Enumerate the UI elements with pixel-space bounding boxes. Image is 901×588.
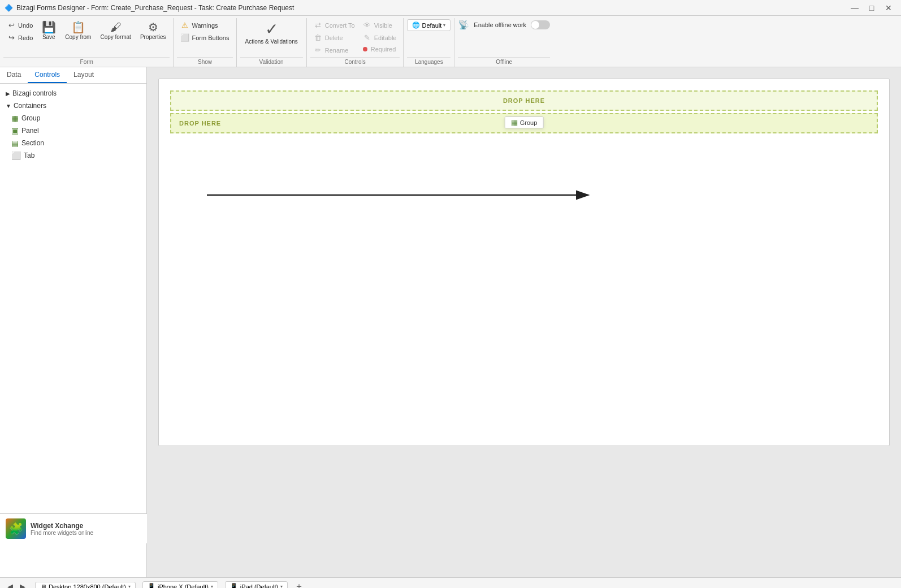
section-label: Section xyxy=(21,139,44,147)
bizagi-controls-header[interactable]: ▶ Bizagi controls xyxy=(0,87,146,100)
rename-button[interactable]: ✏ Rename xyxy=(310,44,358,56)
rename-icon: ✏ xyxy=(314,46,323,54)
widget-text: Widget Xchange Find more widgets online xyxy=(31,522,93,536)
offline-row: 📡 Enable offline work xyxy=(458,19,550,30)
nav-forward-button[interactable]: ▶ xyxy=(17,581,28,589)
section-containers: ▼ Containers ▦ Group ▣ Panel ▤ Section ⬜ xyxy=(0,100,146,162)
sidebar-content: ▶ Bizagi controls ▼ Containers ▦ Group ▣… xyxy=(0,84,146,547)
show-buttons: ⚠ Warnings ⬜ Form Buttons xyxy=(177,19,232,44)
drop-zone-top-label: DROP HERE xyxy=(503,97,545,104)
widget-xchange[interactable]: 🧩 Widget Xchange Find more widgets onlin… xyxy=(0,513,147,543)
main-area: Data Controls Layout ▶ Bizagi controls ▼… xyxy=(0,67,901,577)
undo-label: Undo xyxy=(18,22,33,29)
offline-satellite-icon: 📡 xyxy=(458,19,469,30)
undo-redo-stack: ↩ Undo ↪ Redo xyxy=(3,19,36,44)
editable-label: Editable xyxy=(374,34,397,41)
actions-validations-label: Actions & Validations xyxy=(245,38,298,45)
ribbon-group-form-content: ↩ Undo ↪ Redo 💾 Save 📋 Copy from xyxy=(3,19,170,56)
nav-back-button[interactable]: ◀ xyxy=(5,581,16,589)
save-label: Save xyxy=(42,34,55,40)
device-ipad[interactable]: 📱 iPad (Default) ▾ xyxy=(225,581,288,588)
containers-label: Containers xyxy=(14,102,46,110)
form-canvas[interactable]: DROP HERE DROP HERE ▦ Group xyxy=(158,79,890,446)
warnings-button[interactable]: ⚠ Warnings xyxy=(177,19,232,31)
device-desktop[interactable]: 🖥 Desktop 1280x800 (Default) ▾ xyxy=(35,582,136,589)
properties-icon: ⚙ xyxy=(148,21,158,33)
language-dropdown[interactable]: 🌐 Default ▾ xyxy=(407,19,450,31)
properties-button[interactable]: ⚙ Properties xyxy=(136,19,170,42)
widget-subtitle: Find more widgets online xyxy=(31,530,93,536)
drop-zone-inner-label: DROP HERE xyxy=(177,120,221,127)
drop-tooltip: ▦ Group xyxy=(505,116,544,128)
ribbon: ↩ Undo ↪ Redo 💾 Save 📋 Copy from xyxy=(0,16,901,67)
required-button[interactable]: Required xyxy=(359,44,400,54)
tab-controls[interactable]: Controls xyxy=(28,67,67,83)
panel-icon: ▣ xyxy=(11,126,19,135)
drop-zone-inner[interactable]: DROP HERE ▦ Group xyxy=(170,113,878,133)
delete-button[interactable]: 🗑 Delete xyxy=(310,32,358,44)
tab-label: Tab xyxy=(24,152,34,159)
canvas-area[interactable]: DROP HERE DROP HERE ▦ Group xyxy=(147,67,901,577)
maximize-button[interactable]: □ xyxy=(864,2,880,14)
iphone-icon: 📱 xyxy=(148,583,155,588)
visible-button[interactable]: 👁 Visible xyxy=(359,19,400,31)
tab-icon: ⬜ xyxy=(11,151,21,160)
sidebar-item-section[interactable]: ▤ Section xyxy=(0,137,146,149)
ribbon-group-show-content: ⚠ Warnings ⬜ Form Buttons xyxy=(177,19,232,56)
convert-to-button[interactable]: ⇄ Convert To xyxy=(310,19,358,31)
titlebar: 🔷 Bizagi Forms Designer - Form: Create_P… xyxy=(0,0,901,16)
group-label: Group xyxy=(21,114,40,122)
ribbon-group-show-label: Show xyxy=(177,57,232,67)
iphone-label: iPhone X (Default) xyxy=(158,583,209,589)
offline-toggle[interactable] xyxy=(531,20,550,29)
iphone-chevron: ▾ xyxy=(211,584,213,588)
offline-label: Enable offline work xyxy=(474,21,526,28)
controls-buttons-2: 👁 Visible ✎ Editable Required xyxy=(359,19,400,54)
tab-layout[interactable]: Layout xyxy=(67,67,101,83)
ribbon-groups: ↩ Undo ↪ Redo 💾 Save 📋 Copy from xyxy=(0,18,901,67)
save-button[interactable]: 💾 Save xyxy=(37,19,60,42)
warnings-label: Warnings xyxy=(192,22,218,29)
tab-data[interactable]: Data xyxy=(0,67,28,83)
ribbon-group-validation-label: Validation xyxy=(240,57,303,67)
sidebar-item-group[interactable]: ▦ Group xyxy=(0,112,146,124)
undo-icon: ↩ xyxy=(7,21,16,29)
section-bizagi-controls: ▶ Bizagi controls xyxy=(0,87,146,100)
ribbon-group-offline-label: Offline xyxy=(458,57,550,67)
close-button[interactable]: ✕ xyxy=(881,2,896,14)
form-buttons-button[interactable]: ⬜ Form Buttons xyxy=(177,32,232,44)
save-icon: 💾 xyxy=(42,21,56,33)
properties-label: Properties xyxy=(140,34,166,40)
editable-button[interactable]: ✎ Editable xyxy=(359,32,400,44)
toggle-knob xyxy=(531,21,539,29)
statusbar: ◀ ▶ 🖥 Desktop 1280x800 (Default) ▾ 📱 iPh… xyxy=(0,577,901,588)
add-device-button[interactable]: ＋ xyxy=(292,580,306,589)
bizagi-controls-label: Bizagi controls xyxy=(12,89,57,97)
actions-validations-button[interactable]: ✓ Actions & Validations xyxy=(240,19,303,47)
device-iphone[interactable]: 📱 iPhone X (Default) ▾ xyxy=(142,581,218,588)
copy-from-button[interactable]: 📋 Copy from xyxy=(61,19,95,42)
titlebar-title: Bizagi Forms Designer - Form: Create_Pur… xyxy=(16,4,294,12)
drop-zone-top[interactable]: DROP HERE xyxy=(170,90,878,111)
app-icon: 🔷 xyxy=(5,4,13,12)
ribbon-group-form-label: Form xyxy=(3,57,170,67)
copy-from-icon: 📋 xyxy=(71,21,85,33)
group-icon: ▦ xyxy=(11,114,19,123)
ribbon-group-validation: ✓ Actions & Validations Validation xyxy=(237,18,307,67)
desktop-label: Desktop 1280x800 (Default) xyxy=(49,583,126,589)
ribbon-group-languages-content: 🌐 Default ▾ xyxy=(407,19,450,56)
delete-label: Delete xyxy=(325,34,343,41)
tooltip-group-icon: ▦ xyxy=(511,118,518,127)
visible-label: Visible xyxy=(374,22,392,29)
copy-format-button[interactable]: 🖌 Copy format xyxy=(96,19,135,42)
titlebar-controls: — □ ✕ xyxy=(847,2,896,14)
controls-buttons-1: ⇄ Convert To 🗑 Delete ✏ Rename xyxy=(310,19,358,56)
redo-button[interactable]: ↪ Redo xyxy=(3,32,36,44)
minimize-button[interactable]: — xyxy=(847,2,863,14)
sidebar-item-panel[interactable]: ▣ Panel xyxy=(0,124,146,137)
sidebar-item-tab[interactable]: ⬜ Tab xyxy=(0,149,146,162)
titlebar-left: 🔷 Bizagi Forms Designer - Form: Create_P… xyxy=(5,4,294,12)
undo-button[interactable]: ↩ Undo xyxy=(3,19,36,31)
containers-header[interactable]: ▼ Containers xyxy=(0,100,146,112)
ribbon-group-offline-content: 📡 Enable offline work xyxy=(458,19,550,56)
